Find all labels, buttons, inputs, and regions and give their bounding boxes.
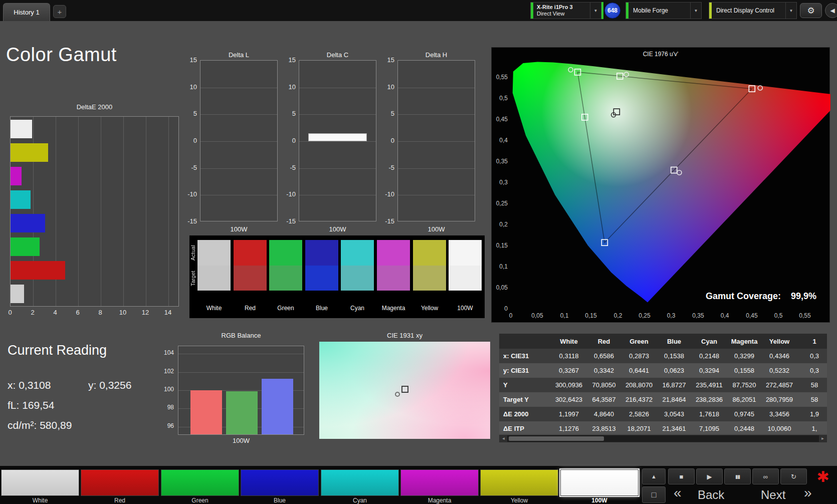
transport-play-button[interactable]: ▶ (696, 468, 723, 484)
cie-1931-panel (319, 342, 490, 439)
table-cell: 64,3587 (586, 396, 621, 403)
target-swatch (449, 266, 482, 291)
frame-pattern-button[interactable]: □ (642, 486, 666, 503)
axis-tick-label: 0 (377, 137, 394, 144)
axis-tick-label: 2 (25, 309, 40, 316)
pattern-button-blue[interactable]: Blue (241, 469, 319, 503)
axis-tick-label: 0,25 (492, 200, 508, 207)
column-header: Yellow (762, 338, 797, 345)
next-button[interactable]: Next (761, 488, 785, 502)
pattern-label: Blue (241, 497, 319, 504)
compare-row-label-actual: Actual (190, 240, 197, 266)
table-cell: 0,2148 (692, 352, 727, 360)
chart-title: Delta H (397, 51, 475, 59)
transport-refresh-button[interactable]: ↻ (780, 468, 807, 484)
transport-pause-button[interactable]: ▮▮ (724, 468, 751, 484)
table-cell: 0,2873 (621, 352, 657, 360)
deltae-2000-chart (10, 116, 179, 307)
actual-swatch (341, 240, 374, 266)
reading-fl: fL: 169,54 (8, 399, 54, 411)
results-table: WhiteRedGreenBlueCyanMagentaYellow1x: CI… (499, 334, 827, 434)
expand-button[interactable]: ▲ (642, 468, 666, 484)
scroll-right-button[interactable]: ► (819, 435, 826, 442)
settings-button[interactable]: ⚙ (800, 3, 822, 18)
pattern-label: Cyan (321, 497, 399, 504)
gridline (200, 141, 277, 142)
table-cell: 0,9745 (727, 410, 762, 418)
axis-tick-label: 5 (377, 110, 394, 117)
gridline (200, 168, 277, 169)
source-selector[interactable]: Mobile Forge ▼ (625, 2, 702, 19)
next-chevrons[interactable]: » (804, 485, 812, 501)
table-cell: 1, (797, 425, 827, 432)
table-cell: 86,2051 (727, 396, 762, 403)
table-row: Y300,093670,8050208,807016,8727235,49118… (499, 378, 827, 392)
bottom-bar: WhiteRedGreenBlueCyanMagentaYellow100W ▲… (0, 466, 837, 504)
axis-tick-label: -10 (180, 190, 197, 198)
table-cell: 216,4372 (621, 396, 657, 403)
display-control-selector[interactable]: Direct Display Control ▼ (709, 2, 797, 19)
table-row: ΔE ITP1,127623,851318,207121,34617,10950… (499, 421, 827, 434)
table-cell: 208,8070 (621, 381, 657, 389)
display-control-label: Direct Display Control (712, 3, 785, 19)
collapse-panel-button[interactable]: ◀ (825, 3, 837, 18)
table-cell: 0,5232 (762, 367, 797, 374)
rgb-bar-red (190, 390, 222, 435)
gridline (200, 114, 277, 115)
table-cell: 0,3299 (727, 352, 762, 360)
row-label: Y (499, 381, 551, 389)
compare-row-label-target: Target (190, 266, 197, 291)
table-cell: 0,3342 (586, 367, 621, 374)
table-cell: 1,1997 (551, 410, 586, 418)
axis-tick-label: 15 (377, 56, 394, 64)
axis-tick-label: -5 (377, 164, 394, 171)
transport-stop-button[interactable]: ■ (668, 468, 695, 484)
axis-tick-label: 0,45 (492, 116, 508, 123)
axis-tick-label: 4 (48, 309, 63, 316)
gridline (178, 354, 304, 354)
table-scrollbar[interactable]: ◄ ► (499, 435, 827, 442)
axis-tick-label: -15 (377, 217, 394, 225)
column-header: Red (586, 338, 621, 345)
table-cell: 280,7959 (762, 396, 797, 403)
table-cell: 300,0936 (551, 381, 586, 389)
meter-mode: Direct View (537, 11, 586, 17)
back-chevrons[interactable]: « (674, 485, 682, 501)
pattern-button-100w[interactable]: 100W (560, 469, 639, 503)
compare-swatch-label: 100W (449, 305, 482, 312)
scroll-left-button[interactable]: ◄ (500, 435, 507, 442)
pattern-button-cyan[interactable]: Cyan (321, 469, 399, 503)
actual-swatch (269, 240, 302, 266)
pattern-button-white[interactable]: White (1, 469, 79, 503)
row-label: ΔE ITP (499, 425, 551, 432)
pattern-button-yellow[interactable]: Yellow (480, 469, 558, 503)
actual-swatch (449, 240, 482, 266)
gridline (78, 117, 79, 306)
back-button[interactable]: Back (698, 488, 724, 502)
scrollbar-thumb[interactable] (509, 436, 604, 441)
add-tab-button[interactable]: + (53, 5, 66, 18)
axis-tick-label: 0,5 (768, 312, 788, 319)
cie-1976-panel: CIE 1976 u'v' (491, 47, 830, 323)
cie1931-marker-circle (395, 392, 400, 397)
axis-tick-label: 0,35 (688, 312, 708, 319)
axis-tick-label: 0,15 (581, 312, 601, 319)
axis-tick-label: 14 (160, 309, 175, 316)
target-swatch (269, 266, 302, 291)
transport-continuous-button[interactable]: ∞ (752, 468, 779, 484)
table-cell: 3,0543 (657, 410, 692, 418)
gridline (101, 117, 101, 306)
pattern-button-red[interactable]: Red (81, 469, 159, 503)
axis-tick-label: -5 (279, 164, 296, 171)
compare-swatch-label: White (197, 305, 231, 312)
axis-tick-label: 104 (157, 349, 174, 356)
target-swatch (377, 266, 410, 291)
gamut-coverage-label: Gamut Coverage: (706, 291, 781, 301)
meter-selector[interactable]: X-Rite i1Pro 3 Direct View ▼ (530, 2, 601, 19)
tab-history-1[interactable]: History 1 (3, 3, 50, 21)
pattern-button-magenta[interactable]: Magenta (400, 469, 479, 503)
pattern-button-green[interactable]: Green (161, 469, 239, 503)
gridline (200, 195, 277, 195)
axis-tick-label: 10 (279, 83, 296, 91)
gridline (146, 117, 146, 306)
